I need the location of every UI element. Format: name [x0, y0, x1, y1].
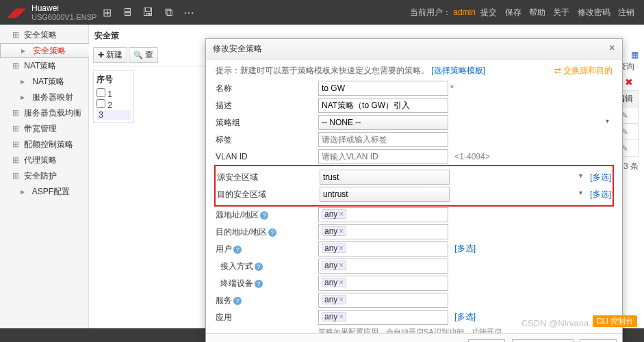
sidebar-item[interactable]: ▸ ASPF配置 — [0, 184, 88, 200]
cancel-button[interactable]: 取消 — [580, 339, 617, 342]
user-multi[interactable]: [多选] — [454, 244, 476, 253]
hdr-link-pwd[interactable]: 修改密码 — [578, 8, 610, 17]
dst-zone-multi[interactable]: [多选] — [590, 189, 611, 200]
hdr-icon-5[interactable]: ⋯ — [179, 6, 199, 19]
brand-block: Huawei USG6000V1-ENSP — [31, 3, 96, 21]
lbl-term: 终端设备? — [216, 278, 318, 289]
dialog-tip: 提示：新建时可以基于策略模板来快速定义您需要的策略。 — [216, 66, 429, 75]
sidebar-item[interactable]: ⊞ 安全策略 — [0, 27, 88, 43]
lbl-svc: 服务? — [216, 295, 318, 306]
ok-button[interactable]: 确定 — [468, 339, 505, 342]
lbl-desc: 描述 — [216, 100, 318, 111]
content-area: 安全策 ✚ 新建 🔍 查 序号 1 2 3 ⟳刷新 ▦命中查询 ▦清除命中查询 … — [89, 25, 644, 328]
hdr-link-about[interactable]: 关于 — [553, 8, 569, 17]
lbl-src-addr: 源地址/地区? — [216, 209, 318, 221]
app-multi[interactable]: [多选] — [454, 312, 476, 321]
sidebar-item[interactable]: ▸ NAT策略 — [0, 74, 88, 90]
new-button[interactable]: ✚ 新建 — [93, 47, 127, 63]
choose-template-link[interactable]: [选择策略模板] — [431, 66, 485, 75]
sidebar-item[interactable]: ⊞ NAT策略 — [0, 58, 88, 74]
lbl-user: 用户? — [216, 244, 318, 255]
app-box[interactable]: any× — [318, 310, 448, 325]
hdr-link-commit[interactable]: 提交 — [480, 8, 497, 17]
term-box[interactable]: any× — [318, 276, 448, 291]
huawei-logo-icon: ◢◤ — [7, 5, 26, 20]
src-zone-select[interactable]: trust — [320, 170, 450, 185]
tag-input[interactable] — [318, 132, 448, 147]
lbl-src-zone: 源安全区域 — [217, 172, 320, 183]
lbl-dst-addr: 目的地址/地区? — [216, 226, 318, 238]
app-header: ◢◤ Huawei USG6000V1-ENSP ⊞ 🖥 🖫 ⧉ ⋯ 当前用户：… — [0, 0, 644, 25]
lbl-name: 名称 — [216, 83, 318, 94]
user-box[interactable]: any× — [318, 241, 448, 256]
vlan-hint: <1-4094> — [454, 152, 489, 161]
lbl-access: 接入方式? — [216, 261, 318, 272]
src-addr-box[interactable]: any× — [318, 207, 448, 222]
hdr-icon-2[interactable]: 🖥 — [117, 6, 138, 18]
current-user: admin — [453, 8, 476, 17]
ok-copy-button[interactable]: 确定并复制 — [512, 339, 574, 342]
dst-addr-box[interactable]: any× — [318, 224, 448, 239]
sidebar-item[interactable]: ▸ 服务器映射 — [0, 90, 88, 105]
sidebar-item[interactable]: ⊞ 安全防护 — [0, 168, 88, 184]
cli-console-button[interactable]: CLI 控制台 — [593, 315, 637, 327]
sidebar-item[interactable]: ⊞ 带宽管理 — [0, 121, 88, 137]
src-zone-multi[interactable]: [多选] — [590, 172, 611, 183]
lbl-vlan: VLAN ID — [216, 152, 318, 161]
group-select[interactable]: -- NONE -- — [318, 115, 448, 130]
name-input[interactable] — [318, 81, 448, 96]
lbl-app: 应用 — [216, 312, 318, 324]
svc-box[interactable]: any× — [318, 293, 448, 308]
model-name: USG6000V1-ENSP — [31, 13, 96, 21]
dialog-title: 修改安全策略 — [213, 43, 262, 55]
sidebar-item[interactable]: ⊞ 配额控制策略 — [0, 137, 88, 153]
sidebar: ⊞ 安全策略▸ 安全策略⊞ NAT策略▸ NAT策略▸ 服务器映射⊞ 服务器负载… — [0, 25, 89, 328]
hdr-link-help[interactable]: 帮助 — [529, 8, 545, 17]
lbl-dst-zone: 目的安全区域 — [217, 189, 320, 200]
lbl-tag: 标签 — [216, 134, 318, 146]
current-user-label: 当前用户： — [410, 8, 451, 17]
hdr-icon-4[interactable]: ⧉ — [158, 6, 179, 18]
sidebar-item[interactable]: ⊞ 代理策略 — [0, 153, 88, 168]
header-right: 当前用户： admin 提交 保存 帮助 关于 修改密码 注销 — [410, 7, 637, 18]
dialog-close-icon[interactable]: ✕ — [608, 43, 615, 55]
access-box[interactable]: any× — [318, 259, 448, 274]
hdr-link-save[interactable]: 保存 — [505, 8, 521, 17]
edit-policy-dialog: 修改安全策略 ✕ 提示：新建时可以基于策略模板来快速定义您需要的策略。 [选择策… — [205, 38, 623, 342]
swap-src-dst-link[interactable]: 交换源和目的 — [554, 65, 613, 77]
desc-input[interactable] — [318, 98, 448, 113]
query-button[interactable]: 🔍 查 — [129, 47, 158, 63]
seq-header: 序号 — [96, 75, 113, 84]
hdr-link-logout[interactable]: 注销 — [618, 8, 634, 17]
sidebar-item[interactable]: ⊞ 服务器负载均衡 — [0, 105, 88, 121]
hdr-icon-3[interactable]: 🖫 — [138, 6, 158, 18]
hdr-icon-1[interactable]: ⊞ — [96, 6, 117, 19]
brand-name: Huawei — [31, 3, 59, 13]
dst-zone-select[interactable]: untrust — [320, 187, 450, 202]
watermark: CSDN @Nirvana... — [521, 318, 596, 328]
lbl-group: 策略组 — [216, 117, 318, 129]
vlan-input[interactable] — [318, 149, 448, 164]
row-check-2[interactable] — [96, 99, 105, 108]
row-check-1[interactable] — [96, 88, 105, 97]
